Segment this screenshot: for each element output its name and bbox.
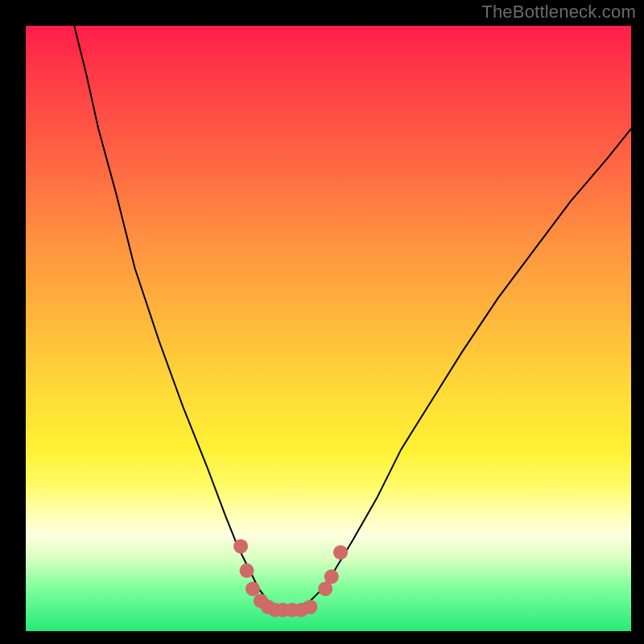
curve-markers	[26, 26, 631, 631]
chart-frame: TheBottleneck.com	[0, 0, 644, 644]
marker-dot	[333, 545, 348, 559]
marker-dot	[233, 539, 248, 554]
watermark-text: TheBottleneck.com	[481, 2, 636, 23]
marker-dot	[246, 581, 260, 596]
marker-dot	[240, 564, 254, 578]
marker-dot	[303, 600, 317, 614]
marker-dot	[324, 569, 339, 584]
